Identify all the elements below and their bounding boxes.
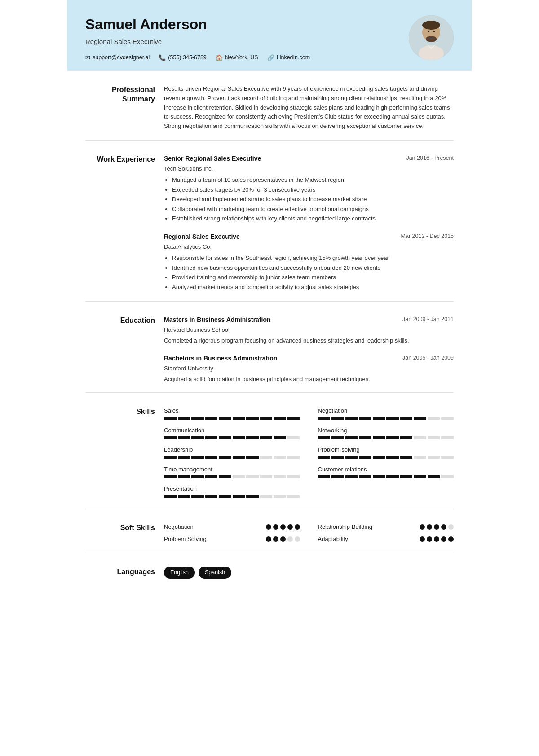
soft-skill-item: Negotiation <box>164 523 300 532</box>
work-label: Work Experience <box>85 154 155 293</box>
skill-segment <box>400 456 413 459</box>
skill-segment <box>386 417 399 420</box>
skill-segment <box>345 417 358 420</box>
language-tag: Spanish <box>199 567 231 579</box>
skill-segment <box>219 436 231 439</box>
job-bullet: Identified new business opportunities an… <box>172 264 454 273</box>
location-icon: 🏠 <box>216 53 223 62</box>
location-text: NewYork, US <box>225 53 258 62</box>
skill-bar <box>318 475 454 478</box>
skill-segment <box>260 436 273 439</box>
skill-segment <box>205 495 218 498</box>
job-date: Jan 2016 - Present <box>406 154 454 163</box>
skill-segment <box>414 456 426 459</box>
skill-segment <box>274 495 286 498</box>
skill-segment <box>260 475 273 478</box>
skill-name: Time management <box>164 465 300 474</box>
skill-dot <box>266 524 271 530</box>
soft-skills-content: NegotiationRelationship BuildingProblem … <box>164 523 454 544</box>
job-date: Mar 2012 - Dec 2015 <box>401 232 454 241</box>
skill-segment <box>164 475 177 478</box>
skill-segment <box>441 417 454 420</box>
soft-skill-item: Problem Solving <box>164 535 300 544</box>
skill-name: Negotiation <box>318 406 454 415</box>
skill-segment <box>233 456 245 459</box>
skill-dot <box>266 536 271 542</box>
language-tags: EnglishSpanish <box>164 567 454 579</box>
skill-segment <box>331 475 344 478</box>
skill-name: Networking <box>318 426 454 435</box>
skill-segment <box>178 475 190 478</box>
skill-segment <box>260 495 273 498</box>
skill-dot <box>295 524 300 530</box>
skill-segment <box>414 475 426 478</box>
skill-dot <box>280 536 286 542</box>
skill-segment <box>246 495 259 498</box>
job-entry: Regional Sales Executive Mar 2012 - Dec … <box>164 232 454 292</box>
svg-point-4 <box>426 36 437 42</box>
skill-segment <box>386 436 399 439</box>
contact-location: 🏠 NewYork, US <box>216 53 258 62</box>
education-section: Education Masters in Business Administra… <box>85 315 454 393</box>
skill-segment <box>233 475 245 478</box>
skill-segment <box>287 456 300 459</box>
skill-dot <box>295 536 300 542</box>
skill-segment <box>260 456 273 459</box>
edu-date: Jan 2009 - Jan 2011 <box>402 315 454 324</box>
skill-name: Leadership <box>164 445 300 454</box>
linkedin-text: LinkedIn.com <box>277 53 310 62</box>
skill-segment <box>287 495 300 498</box>
summary-content: Results-driven Regional Sales Executive … <box>164 84 454 131</box>
education-content: Masters in Business Administration Jan 2… <box>164 315 454 383</box>
skill-dot <box>287 536 293 542</box>
skill-segment <box>359 436 371 439</box>
soft-skill-dots <box>420 536 454 542</box>
soft-skill-dots <box>420 524 454 530</box>
soft-skill-dots <box>266 524 300 530</box>
skill-segment <box>414 436 426 439</box>
skill-name: Problem-solving <box>318 445 454 454</box>
soft-skill-dots <box>266 536 300 542</box>
skill-segment <box>441 436 454 439</box>
candidate-photo <box>409 15 454 60</box>
skill-segment <box>318 475 331 478</box>
skill-item: Leadership <box>164 445 300 459</box>
skill-dot <box>434 524 439 530</box>
languages-label: Languages <box>85 567 155 579</box>
skill-segment <box>345 436 358 439</box>
skill-segment <box>359 456 371 459</box>
skill-item: Time management <box>164 465 300 479</box>
skill-bar <box>164 417 300 420</box>
skills-grid: SalesNegotiationCommunicationNetworkingL… <box>164 406 454 500</box>
soft-skill-item: Relationship Building <box>318 523 454 532</box>
skill-segment <box>373 417 385 420</box>
skill-dot <box>420 524 425 530</box>
summary-label: Professional Summary <box>85 84 155 131</box>
skill-segment <box>428 456 440 459</box>
job-bullet: Responsible for sales in the Southeast r… <box>172 254 454 263</box>
skill-segment <box>246 436 259 439</box>
email-text: support@cvdesigner.ai <box>93 53 150 62</box>
summary-text: Results-driven Regional Sales Executive … <box>164 84 454 131</box>
skill-dot <box>287 524 293 530</box>
svg-point-5 <box>428 31 429 32</box>
contact-linkedin: 🔗 LinkedIn.com <box>267 53 310 62</box>
skill-item: Negotiation <box>318 406 454 420</box>
skill-item: Customer relations <box>318 465 454 479</box>
skill-segment <box>331 417 344 420</box>
main-content: Professional Summary Results-driven Regi… <box>67 71 472 615</box>
skill-item: Communication <box>164 426 300 440</box>
skill-segment <box>428 475 440 478</box>
job-entry: Senior Regional Sales Executive Jan 2016… <box>164 154 454 223</box>
skill-segment <box>246 456 259 459</box>
skill-segment <box>441 456 454 459</box>
edu-header: Masters in Business Administration Jan 2… <box>164 315 454 325</box>
skill-item: Problem-solving <box>318 445 454 459</box>
skill-segment <box>318 436 331 439</box>
candidate-title: Regional Sales Executive <box>85 37 395 47</box>
edu-degree: Masters in Business Administration <box>164 315 271 325</box>
skill-segment <box>274 417 286 420</box>
skill-segment <box>178 436 190 439</box>
edu-entry: Masters in Business Administration Jan 2… <box>164 315 454 345</box>
soft-skill-name: Adaptability <box>318 535 348 544</box>
